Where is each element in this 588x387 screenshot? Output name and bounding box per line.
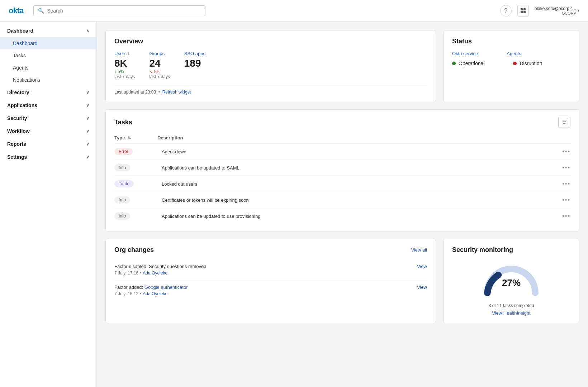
col-desc-header: Description <box>157 135 570 140</box>
sidebar-reports-label: Reports <box>7 141 26 147</box>
sidebar-dashboard-label: Dashboard <box>7 28 33 34</box>
users-label[interactable]: Users ℹ <box>114 51 135 56</box>
sidebar-item-notifications[interactable]: Notifications <box>0 74 96 86</box>
groups-metric: Groups 24 ↘ 5% last 7 days <box>149 51 170 79</box>
agents-status-label: Disruption <box>520 61 542 66</box>
donut-percent: 27% <box>502 277 521 288</box>
tasks-title: Tasks <box>114 119 132 126</box>
health-insight-link[interactable]: View HealthInsight <box>492 310 530 316</box>
sidebar-section-workflow: Workflow ∨ <box>0 125 96 138</box>
sso-metric: SSO apps 189 <box>184 51 205 79</box>
sidebar-header-dashboard[interactable]: Dashboard ∧ <box>0 24 96 37</box>
org-changes-title: Org changes <box>114 246 154 254</box>
search-bar[interactable]: 🔍 <box>33 5 205 16</box>
users-change: ↑ 5% <box>114 69 135 74</box>
col-type-header[interactable]: Type ⇅ <box>114 135 157 140</box>
filter-button[interactable] <box>558 117 570 128</box>
okta-logo: okta <box>9 6 23 15</box>
groups-label[interactable]: Groups <box>149 51 170 56</box>
task-description: Agent down <box>162 149 556 154</box>
security-content: 27% 3 of 11 tasks completed View HealthI… <box>452 259 570 316</box>
top-row: Overview Users ℹ 8K ↑ 5% last 7 days <box>105 30 579 102</box>
task-menu-button[interactable]: ••• <box>556 197 570 203</box>
help-icon[interactable]: ? <box>500 5 512 16</box>
user-dropdown[interactable]: blake.soto@ocorp.c... OCORP ▾ <box>535 6 579 15</box>
change-user-link[interactable]: Ada Oyeleke <box>143 291 167 296</box>
bottom-row: Org changes View all Factor disabled: Se… <box>105 239 579 323</box>
sidebar-item-tasks[interactable]: Tasks <box>0 49 96 62</box>
factor-link[interactable]: Google authenticator <box>144 285 188 290</box>
okta-service-link[interactable]: Okta service <box>452 51 478 56</box>
task-description: Locked out users <box>162 181 556 187</box>
change-meta: 7 July, 17:16 • Ada Oyeleke <box>114 271 427 276</box>
chevron-down-icon: ∨ <box>86 142 89 147</box>
refresh-widget-link[interactable]: Refresh widget <box>162 90 191 95</box>
change-user-link[interactable]: Ada Oyeleke <box>143 271 167 276</box>
security-subtitle: 3 of 11 tasks completed <box>489 303 534 308</box>
task-menu-button[interactable]: ••• <box>556 148 570 155</box>
sidebar-workflow-label: Workflow <box>7 128 30 134</box>
users-period: last 7 days <box>114 74 135 79</box>
info-icon: ℹ <box>128 51 129 56</box>
topnav-right: ? blake.soto@ocorp.c... OCORP ▾ <box>500 5 579 16</box>
tasks-header: Tasks <box>114 117 570 128</box>
sidebar: Dashboard ∧ Dashboard Tasks Agents Notif… <box>0 22 97 387</box>
security-monitoring-card: Security monitoring <box>443 239 579 323</box>
task-menu-button[interactable]: ••• <box>556 213 570 219</box>
agents-status-dot <box>513 62 517 65</box>
task-menu-button[interactable]: ••• <box>556 164 570 171</box>
groups-change: ↘ 5% <box>149 69 170 74</box>
apps-icon[interactable] <box>517 5 529 16</box>
table-row: Error Agent down ••• <box>114 144 570 160</box>
top-nav: okta 🔍 ? blake.soto@ocorp.c... OCORP ▾ <box>0 0 588 22</box>
sidebar-applications-label: Applications <box>7 102 37 108</box>
sidebar-header-directory[interactable]: Directory ∨ <box>0 86 96 99</box>
sidebar-header-security[interactable]: Security ∨ <box>0 112 96 125</box>
change-view-link[interactable]: View <box>417 264 427 269</box>
sidebar-header-workflow[interactable]: Workflow ∨ <box>0 125 96 138</box>
task-type-col: Info <box>114 164 157 171</box>
status-badge: Info <box>114 164 130 171</box>
status-badge: To-do <box>114 180 134 187</box>
view-all-link[interactable]: View all <box>411 247 427 253</box>
user-chevron-icon: ▾ <box>578 9 579 13</box>
sidebar-item-agents[interactable]: Agents <box>0 62 96 74</box>
change-view-link[interactable]: View <box>417 285 427 290</box>
overview-card: Overview Users ℹ 8K ↑ 5% last 7 days <box>105 30 436 102</box>
sidebar-header-settings[interactable]: Settings ∨ <box>0 150 96 163</box>
tasks-table-header: Type ⇅ Description <box>114 132 570 144</box>
change-title: Factor added: Google authenticator <box>114 285 188 290</box>
overview-metrics: Users ℹ 8K ↑ 5% last 7 days Groups 24 ↘ <box>114 51 427 79</box>
chevron-down-icon: ∨ <box>86 90 89 95</box>
okta-status-col: Operational <box>452 61 484 66</box>
sso-label[interactable]: SSO apps <box>184 51 205 56</box>
status-badge: Error <box>114 148 133 155</box>
sidebar-header-reports[interactable]: Reports ∨ <box>0 138 96 150</box>
groups-period: last 7 days <box>149 74 170 79</box>
org-header: Org changes View all <box>114 246 427 254</box>
change-meta: 7 July, 16:12 • Ada Oyeleke <box>114 291 427 296</box>
users-value: 8K <box>114 58 135 69</box>
overview-title: Overview <box>114 38 427 45</box>
table-row: Info Applications can be updated to SAML… <box>114 160 570 176</box>
sidebar-item-dashboard[interactable]: Dashboard <box>0 37 96 49</box>
sidebar-settings-label: Settings <box>7 154 27 160</box>
task-description: Certificates or tokens will be expiring … <box>162 197 556 203</box>
user-info: blake.soto@ocorp.c... OCORP <box>535 6 576 15</box>
main-layout: Dashboard ∧ Dashboard Tasks Agents Notif… <box>0 22 588 387</box>
sidebar-header-applications[interactable]: Applications ∨ <box>0 99 96 112</box>
task-menu-button[interactable]: ••• <box>556 181 570 187</box>
chevron-down-icon: ∧ <box>86 28 89 33</box>
svg-rect-0 <box>521 8 523 10</box>
task-type-col: Info <box>114 196 157 204</box>
main-content: Overview Users ℹ 8K ↑ 5% last 7 days <box>97 22 588 387</box>
agents-link[interactable]: Agents <box>507 51 521 56</box>
task-description: Applications can be updated to SAML <box>162 165 556 171</box>
user-email: blake.soto@ocorp.c... <box>535 6 576 11</box>
sso-value: 189 <box>184 58 205 69</box>
table-row: To-do Locked out users ••• <box>114 176 570 192</box>
sort-icon: ⇅ <box>128 136 131 140</box>
svg-rect-3 <box>523 11 526 13</box>
search-input[interactable] <box>47 8 201 14</box>
status-links: Okta service Agents <box>452 51 570 56</box>
